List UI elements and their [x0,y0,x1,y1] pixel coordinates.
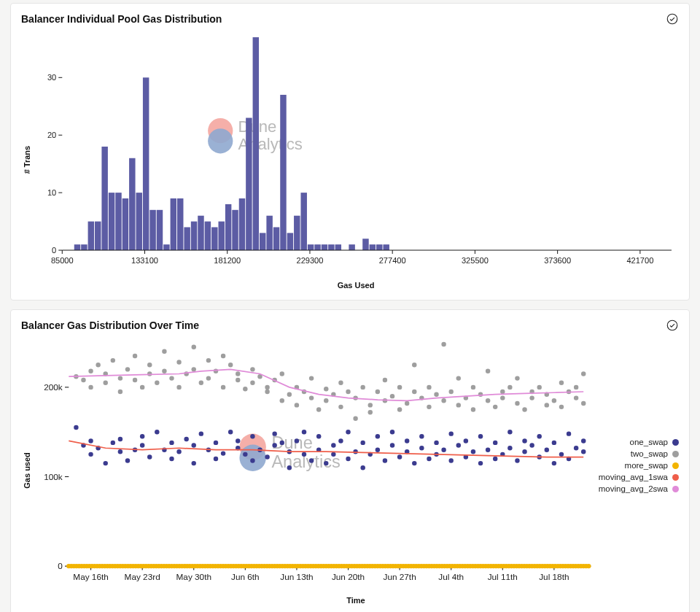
svg-rect-20 [122,198,128,250]
svg-point-367 [383,459,387,463]
svg-point-507 [559,381,564,385]
y-axis-label: Gas used [21,336,33,605]
svg-point-425 [155,381,159,385]
svg-point-438 [221,385,225,390]
svg-point-476 [405,401,409,406]
svg-point-361 [353,449,357,454]
svg-point-397 [529,443,534,448]
svg-point-411 [88,369,93,373]
chart-title: Balancer Individual Pool Gas Distributio… [21,13,222,25]
svg-point-327 [176,449,181,454]
svg-point-437 [214,369,218,373]
svg-point-401 [552,461,556,465]
svg-point-404 [567,432,571,436]
svg-point-510 [574,396,578,400]
svg-rect-37 [239,198,245,250]
svg-point-513 [581,372,586,376]
svg-rect-48 [314,244,320,250]
svg-point-393 [508,446,512,450]
svg-point-312 [88,452,93,457]
legend-swatch-icon [672,474,679,481]
svg-rect-50 [328,244,334,250]
svg-rect-36 [232,210,238,250]
svg-point-493 [486,369,490,373]
svg-point-480 [427,385,431,390]
success-check-icon[interactable] [666,319,679,332]
svg-point-477 [412,390,416,394]
svg-rect-23 [143,77,149,250]
bar-chart: DuneAnalytics010203085000133100181200229… [33,30,679,279]
svg-point-422 [140,385,144,390]
svg-point-343 [265,455,269,460]
svg-point-489 [471,385,475,390]
svg-rect-35 [225,204,231,250]
card-header: Balancer Gas Distribution Over Time [21,319,679,332]
svg-point-495 [500,390,505,394]
svg-point-74 [667,321,677,331]
svg-point-394 [515,459,519,463]
svg-point-445 [250,381,254,385]
svg-point-338 [236,439,240,443]
svg-rect-31 [198,216,203,250]
legend-item-more-swap[interactable]: more_swap [599,461,679,470]
svg-point-357 [331,452,335,457]
svg-point-421 [133,354,137,358]
svg-point-423 [147,372,152,376]
svg-rect-46 [300,193,306,250]
x-axis-label: Gas Used [33,281,679,290]
svg-point-402 [552,441,556,445]
svg-point-354 [316,434,321,438]
svg-point-508 [559,405,564,409]
legend-item-two-swap[interactable]: two_swap [599,449,679,458]
legend-swatch-icon [672,462,679,469]
svg-rect-26 [163,244,169,250]
svg-point-439 [221,354,225,358]
svg-point-456 [309,396,314,400]
svg-point-483 [441,398,446,403]
svg-text:85000: 85000 [51,256,74,265]
svg-rect-28 [177,198,183,250]
legend-item-one-swap[interactable]: one_swap [599,438,679,446]
svg-rect-53 [362,239,368,250]
svg-text:0: 0 [58,562,63,571]
svg-point-490 [471,408,475,412]
svg-point-370 [397,455,402,460]
svg-point-395 [522,439,526,443]
svg-point-497 [508,385,512,390]
svg-text:Jul 18th: Jul 18th [539,573,569,582]
svg-rect-45 [294,216,300,250]
svg-rect-27 [171,198,176,250]
svg-rect-39 [253,37,259,250]
svg-point-321 [140,434,144,438]
svg-text:May 30th: May 30th [176,573,211,582]
svg-point-388 [486,448,490,452]
svg-text:0: 0 [52,246,56,255]
svg-point-500 [522,408,526,412]
svg-point-458 [316,408,321,412]
svg-point-373 [412,461,416,465]
svg-text:Dune: Dune [271,433,312,452]
svg-point-340 [250,434,254,438]
legend-item-moving-avg-2[interactable]: moving_avg_2swa [599,484,679,493]
svg-point-426 [162,369,166,373]
svg-point-360 [346,430,350,434]
svg-point-459 [324,387,328,391]
success-check-icon[interactable] [666,12,679,26]
legend-item-moving-avg-1[interactable]: moving_avg_1swa [599,473,679,481]
svg-point-336 [228,430,233,434]
svg-text:133100: 133100 [131,256,158,265]
svg-point-399 [537,434,541,438]
legend: one_swap two_swap more_swap moving_avg_1… [596,336,679,594]
svg-point-381 [448,459,453,463]
svg-point-465 [353,417,357,421]
svg-rect-49 [322,244,327,250]
svg-point-451 [280,372,284,376]
svg-rect-19 [115,193,121,250]
svg-point-427 [162,349,166,354]
svg-point-424 [147,363,152,367]
svg-text:200k: 200k [44,382,63,392]
svg-point-499 [515,376,519,381]
svg-text:421700: 421700 [626,256,653,265]
svg-point-482 [434,392,438,397]
svg-rect-43 [280,95,286,250]
